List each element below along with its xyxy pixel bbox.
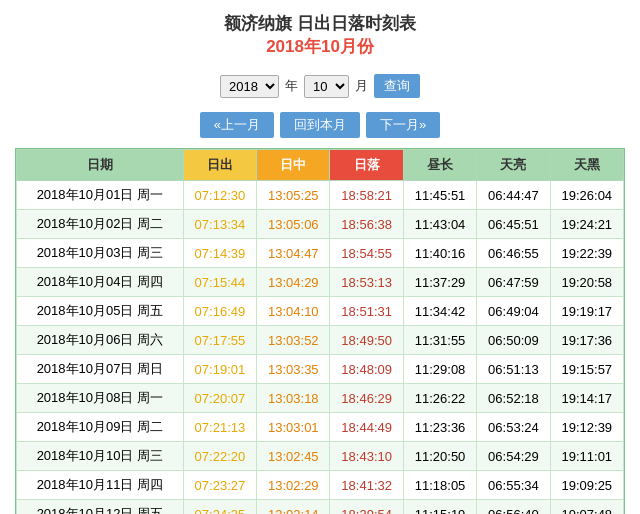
cell-noon: 13:04:10	[257, 297, 330, 326]
cell-dusk: 19:17:36	[550, 326, 623, 355]
cell-daylength: 11:45:51	[403, 181, 476, 210]
cell-sunrise: 07:16:49	[183, 297, 256, 326]
cell-noon: 13:05:25	[257, 181, 330, 210]
table-row: 2018年10月05日 周五07:16:4913:04:1018:51:3111…	[17, 297, 624, 326]
cell-daylength: 11:20:50	[403, 442, 476, 471]
cell-sunrise: 07:23:27	[183, 471, 256, 500]
cell-noon: 13:02:14	[257, 500, 330, 515]
cell-date: 2018年10月04日 周四	[17, 268, 184, 297]
cell-sunrise: 07:12:30	[183, 181, 256, 210]
table-row: 2018年10月09日 周二07:21:1313:03:0118:44:4911…	[17, 413, 624, 442]
cell-noon: 13:03:52	[257, 326, 330, 355]
cell-noon: 13:02:45	[257, 442, 330, 471]
cell-daylength: 11:18:05	[403, 471, 476, 500]
cell-noon: 13:05:06	[257, 210, 330, 239]
col-header-sunset: 日落	[330, 150, 403, 181]
cell-date: 2018年10月09日 周二	[17, 413, 184, 442]
current-month-button[interactable]: 回到本月	[280, 112, 360, 138]
cell-sunrise: 07:21:13	[183, 413, 256, 442]
table-row: 2018年10月02日 周二07:13:3413:05:0618:56:3811…	[17, 210, 624, 239]
cell-dusk: 19:20:58	[550, 268, 623, 297]
cell-dusk: 19:14:17	[550, 384, 623, 413]
cell-dusk: 19:07:48	[550, 500, 623, 515]
cell-dawn: 06:44:47	[477, 181, 550, 210]
cell-dusk: 19:22:39	[550, 239, 623, 268]
next-month-button[interactable]: 下一月»	[366, 112, 440, 138]
cell-dusk: 19:15:57	[550, 355, 623, 384]
cell-daylength: 11:34:42	[403, 297, 476, 326]
col-header-noon: 日中	[257, 150, 330, 181]
cell-sunset: 18:43:10	[330, 442, 403, 471]
cell-sunset: 18:48:09	[330, 355, 403, 384]
cell-date: 2018年10月03日 周三	[17, 239, 184, 268]
cell-dawn: 06:49:04	[477, 297, 550, 326]
table-row: 2018年10月04日 周四07:15:4413:04:2918:53:1311…	[17, 268, 624, 297]
year-label: 年	[285, 77, 298, 95]
table-row: 2018年10月03日 周三07:14:3913:04:4718:54:5511…	[17, 239, 624, 268]
cell-sunrise: 07:17:55	[183, 326, 256, 355]
cell-date: 2018年10月01日 周一	[17, 181, 184, 210]
cell-noon: 13:03:18	[257, 384, 330, 413]
col-header-sunrise: 日出	[183, 150, 256, 181]
table-row: 2018年10月11日 周四07:23:2713:02:2918:41:3211…	[17, 471, 624, 500]
cell-sunset: 18:58:21	[330, 181, 403, 210]
table-row: 2018年10月10日 周三07:22:2013:02:4518:43:1011…	[17, 442, 624, 471]
main-title: 额济纳旗 日出日落时刻表	[224, 12, 416, 35]
cell-date: 2018年10月11日 周四	[17, 471, 184, 500]
prev-month-button[interactable]: «上一月	[200, 112, 274, 138]
cell-daylength: 11:26:22	[403, 384, 476, 413]
sunrise-sunset-table: 日期 日出 日中 日落 昼长 天亮 天黑 2018年10月01日 周一07:12…	[16, 149, 624, 514]
cell-dusk: 19:19:17	[550, 297, 623, 326]
cell-sunset: 18:49:50	[330, 326, 403, 355]
cell-dusk: 19:26:04	[550, 181, 623, 210]
cell-dawn: 06:51:13	[477, 355, 550, 384]
cell-noon: 13:03:01	[257, 413, 330, 442]
sub-title: 2018年10月份	[224, 35, 416, 58]
cell-dusk: 19:24:21	[550, 210, 623, 239]
cell-dawn: 06:46:55	[477, 239, 550, 268]
query-button[interactable]: 查询	[374, 74, 420, 98]
query-controls: 201720182019 年 123456789101112 月 查询	[220, 74, 420, 98]
cell-dawn: 06:52:18	[477, 384, 550, 413]
cell-sunrise: 07:22:20	[183, 442, 256, 471]
col-header-dawn: 天亮	[477, 150, 550, 181]
cell-date: 2018年10月06日 周六	[17, 326, 184, 355]
month-select[interactable]: 123456789101112	[304, 75, 349, 98]
cell-dawn: 06:53:24	[477, 413, 550, 442]
cell-daylength: 11:40:16	[403, 239, 476, 268]
cell-daylength: 11:29:08	[403, 355, 476, 384]
cell-daylength: 11:15:19	[403, 500, 476, 515]
cell-sunset: 18:46:29	[330, 384, 403, 413]
cell-noon: 13:04:47	[257, 239, 330, 268]
table-row: 2018年10月12日 周五07:24:3513:02:1418:39:5411…	[17, 500, 624, 515]
col-header-dusk: 天黑	[550, 150, 623, 181]
cell-daylength: 11:37:29	[403, 268, 476, 297]
cell-dawn: 06:56:40	[477, 500, 550, 515]
cell-sunset: 18:51:31	[330, 297, 403, 326]
cell-date: 2018年10月08日 周一	[17, 384, 184, 413]
cell-dawn: 06:55:34	[477, 471, 550, 500]
nav-buttons: «上一月 回到本月 下一月»	[200, 112, 440, 138]
table-row: 2018年10月07日 周日07:19:0113:03:3518:48:0911…	[17, 355, 624, 384]
page-header: 额济纳旗 日出日落时刻表 2018年10月份	[224, 12, 416, 58]
cell-daylength: 11:31:55	[403, 326, 476, 355]
cell-date: 2018年10月02日 周二	[17, 210, 184, 239]
cell-sunrise: 07:19:01	[183, 355, 256, 384]
year-select[interactable]: 201720182019	[220, 75, 279, 98]
month-label: 月	[355, 77, 368, 95]
cell-sunset: 18:53:13	[330, 268, 403, 297]
cell-daylength: 11:43:04	[403, 210, 476, 239]
cell-sunset: 18:44:49	[330, 413, 403, 442]
cell-sunset: 18:41:32	[330, 471, 403, 500]
cell-sunset: 18:39:54	[330, 500, 403, 515]
cell-dawn: 06:50:09	[477, 326, 550, 355]
table-row: 2018年10月01日 周一07:12:3013:05:2518:58:2111…	[17, 181, 624, 210]
cell-noon: 13:03:35	[257, 355, 330, 384]
data-table-wrapper: 日期 日出 日中 日落 昼长 天亮 天黑 2018年10月01日 周一07:12…	[15, 148, 625, 514]
cell-daylength: 11:23:36	[403, 413, 476, 442]
table-row: 2018年10月08日 周一07:20:0713:03:1818:46:2911…	[17, 384, 624, 413]
cell-sunrise: 07:13:34	[183, 210, 256, 239]
cell-dusk: 19:12:39	[550, 413, 623, 442]
cell-sunset: 18:56:38	[330, 210, 403, 239]
cell-noon: 13:02:29	[257, 471, 330, 500]
